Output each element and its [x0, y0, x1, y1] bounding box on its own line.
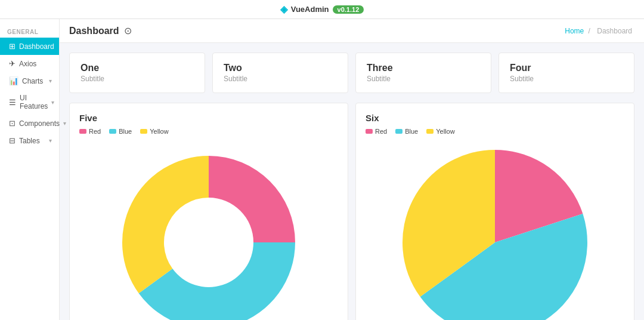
chart-svg-wrap-five	[79, 141, 338, 320]
brand-name: VueAdmin	[291, 5, 329, 14]
legend-label-Red: Red	[89, 128, 101, 135]
sidebar-label-charts: Charts	[22, 77, 45, 85]
page-title-area: Dashboard ⊙	[69, 25, 132, 36]
stat-title-2: Three	[367, 63, 480, 73]
legend-label-Blue: Blue	[119, 128, 132, 135]
chart-svg-five	[95, 141, 322, 320]
chart-legend-six: Red Blue Yellow	[366, 128, 624, 135]
legend-label-Blue: Blue	[405, 128, 418, 135]
sidebar-items-container: ⊞ Dashboard ✈ Axios 📊 Charts ▾ ☰ UI Feat…	[0, 38, 59, 149]
page-title: Dashboard	[69, 26, 119, 36]
stat-card-1: Two Subtitle	[212, 53, 348, 93]
legend-dot-Red	[366, 129, 373, 134]
sidebar-label-dashboard: Dashboard	[19, 42, 54, 51]
chevron-down-icon: ▾	[51, 99, 54, 106]
chevron-down-icon: ▾	[49, 78, 52, 84]
legend-dot-Blue	[109, 129, 116, 134]
tables-icon: ⊟	[9, 136, 16, 145]
breadcrumb-current: Dashboard	[597, 27, 632, 35]
sidebar-item-dashboard[interactable]: ⊞ Dashboard	[0, 38, 59, 55]
legend-dot-Yellow	[140, 129, 147, 134]
chart-title-five: Five	[79, 113, 338, 123]
breadcrumb: Home / Dashboard	[565, 27, 634, 35]
legend-dot-Red	[79, 129, 86, 134]
page-header: Dashboard ⊙ Home / Dashboard	[60, 19, 644, 43]
legend-item-Red: Red	[79, 128, 101, 135]
chart-svg-wrap-six	[366, 141, 624, 320]
main-content: Dashboard ⊙ Home / Dashboard One Subtitl…	[60, 19, 644, 320]
stat-title-1: Two	[224, 63, 337, 73]
logo-icon: ◈	[280, 4, 287, 15]
legend-item-Yellow: Yellow	[140, 128, 168, 135]
sidebar-label-ui-features: UI Features	[20, 94, 48, 110]
legend-dot-Blue	[395, 129, 402, 134]
stat-title-0: One	[80, 63, 194, 73]
stat-subtitle-1: Subtitle	[224, 75, 337, 83]
sidebar-item-ui-features[interactable]: ☰ UI Features ▾	[0, 90, 59, 115]
topbar: ◈ VueAdmin v0.1.12	[0, 0, 644, 19]
chevron-down-icon: ▾	[49, 137, 52, 144]
sidebar-item-tables[interactable]: ⊟ Tables ▾	[0, 132, 59, 149]
github-icon: ⊙	[124, 25, 132, 36]
stat-card-2: Three Subtitle	[355, 53, 491, 93]
charts-row: Five Red Blue Yellow Six Red Blue Yellow	[69, 103, 634, 320]
version-badge: v0.1.12	[333, 5, 364, 14]
donut-segment-Yellow	[122, 156, 209, 293]
dashboard-icon: ⊞	[9, 42, 16, 51]
legend-label-Yellow: Yellow	[150, 128, 168, 135]
legend-item-Blue: Blue	[109, 128, 132, 135]
sidebar-label-axios: Axios	[19, 60, 52, 68]
chart-svg-six	[382, 141, 608, 320]
chart-card-five: Five Red Blue Yellow	[69, 103, 348, 320]
stat-card-0: One Subtitle	[69, 53, 205, 93]
chart-title-six: Six	[366, 113, 624, 123]
legend-label-Yellow: Yellow	[436, 128, 454, 135]
stat-title-3: Four	[510, 63, 623, 73]
legend-item-Yellow: Yellow	[426, 128, 454, 135]
stat-subtitle-2: Subtitle	[367, 75, 480, 83]
sidebar: GENERAL ⊞ Dashboard ✈ Axios 📊 Charts ▾ ☰…	[0, 19, 60, 320]
stats-row: One Subtitle Two Subtitle Three Subtitle…	[69, 53, 634, 93]
axios-icon: ✈	[9, 59, 16, 68]
legend-dot-Yellow	[426, 129, 434, 134]
breadcrumb-home[interactable]: Home	[565, 27, 584, 35]
content-area: One Subtitle Two Subtitle Three Subtitle…	[60, 43, 644, 320]
stat-subtitle-3: Subtitle	[510, 75, 623, 83]
sidebar-item-components[interactable]: ⊡ Components ▾	[0, 115, 59, 132]
sidebar-item-charts[interactable]: 📊 Charts ▾	[0, 72, 59, 90]
ui-features-icon: ☰	[9, 98, 16, 107]
stat-card-3: Four Subtitle	[499, 53, 634, 93]
brand: ◈ VueAdmin v0.1.12	[280, 4, 364, 15]
sidebar-section-label: GENERAL	[0, 25, 59, 38]
sidebar-label-components: Components	[19, 119, 60, 128]
stat-subtitle-0: Subtitle	[80, 75, 194, 83]
sidebar-label-tables: Tables	[19, 137, 45, 145]
chart-card-six: Six Red Blue Yellow	[355, 103, 634, 320]
legend-item-Red: Red	[366, 128, 387, 135]
donut-segment-Red	[209, 156, 295, 242]
legend-label-Red: Red	[375, 128, 387, 135]
charts-icon: 📊	[9, 76, 18, 85]
chart-legend-five: Red Blue Yellow	[79, 128, 338, 135]
legend-item-Blue: Blue	[395, 128, 418, 135]
components-icon: ⊡	[9, 119, 16, 128]
sidebar-item-axios[interactable]: ✈ Axios	[0, 55, 59, 72]
